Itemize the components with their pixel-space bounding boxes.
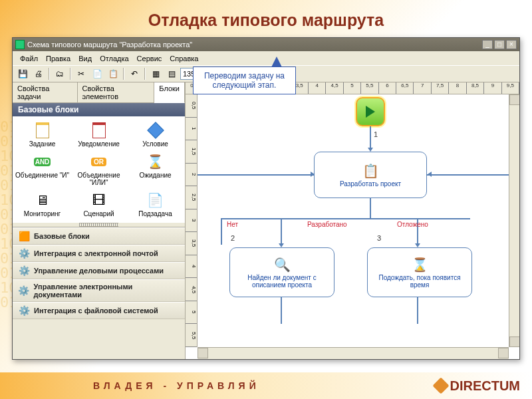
edge [417, 297, 418, 324]
save-icon[interactable]: 💾 [15, 67, 30, 80]
menu-help[interactable]: Справка [166, 53, 201, 64]
palette-notice[interactable]: Уведомление [70, 120, 127, 149]
print-icon[interactable]: 🖨 [31, 67, 46, 80]
magnifier-icon [274, 257, 291, 273]
edge [281, 297, 282, 324]
palette-monitor[interactable]: Мониторинг [14, 190, 70, 219]
cat-email[interactable]: ⚙️Интеграция с электронной почтой [13, 245, 185, 262]
ruler-vertical: 0,511,522,533,544,555,5 [186, 94, 198, 347]
scroll-right-icon[interactable] [498, 348, 509, 358]
start-node[interactable] [356, 97, 385, 126]
window-title: Схема типового маршрута "Разработка прое… [27, 41, 192, 49]
undo-icon[interactable]: ↶ [127, 67, 142, 80]
gear-icon: ⚙️ [18, 265, 30, 276]
cat-bpm[interactable]: ⚙️Управление деловыми процессами [13, 262, 185, 279]
gear-icon: ⚙️ [18, 248, 30, 259]
edge [221, 218, 470, 219]
hourglass-icon [146, 153, 166, 170]
menu-service[interactable]: Сервис [134, 53, 166, 64]
node-doc-found[interactable]: Найден ли документ с описанием проекта [229, 247, 334, 297]
diamond-icon [147, 122, 164, 138]
arrow-right-icon [311, 172, 315, 177]
monitor-icon [33, 192, 53, 209]
paste-icon[interactable]: 📋 [106, 67, 120, 80]
scroll-left-icon[interactable] [198, 348, 208, 358]
menubar: Файл Правка Вид Отладка Сервис Справка [13, 51, 519, 65]
gear-icon: ⚙️ [18, 305, 30, 316]
edge-num-3: 3 [377, 234, 381, 242]
directum-icon [433, 377, 450, 394]
menu-view[interactable]: Вид [75, 53, 95, 64]
or-icon: OR [91, 158, 106, 166]
scroll-down-icon[interactable] [509, 336, 519, 347]
edge [370, 198, 371, 218]
minimize-button[interactable]: _ [482, 40, 493, 49]
cat-edoc[interactable]: ⚙️Управление электронными документами [13, 279, 185, 302]
scrollbar-horizontal[interactable] [198, 347, 509, 359]
edge [370, 126, 371, 149]
node-develop[interactable]: Разработать проект [314, 152, 427, 198]
gear-icon: ⚙️ [18, 285, 30, 296]
edge [221, 218, 222, 245]
cat-basic[interactable]: 🟧Базовые блоки [13, 227, 185, 245]
categories: 🟧Базовые блоки ⚙️Интеграция с электронно… [13, 227, 185, 359]
edge-no: Нет [227, 221, 238, 228]
palette-script[interactable]: Сценарий [70, 190, 127, 219]
slide-title: Отладка типового маршрута [0, 11, 532, 30]
copy-icon[interactable]: 📄 [90, 67, 104, 80]
align-icon[interactable]: ▦ [148, 67, 163, 80]
hourglass-icon [412, 257, 428, 273]
cat-fs[interactable]: ⚙️Интеграция с файловой системой [13, 302, 185, 319]
arrow-left-icon [428, 172, 432, 177]
palette-and[interactable]: ANDОбъединение "И" [14, 152, 70, 188]
and-icon: AND [34, 158, 51, 166]
notice-icon [92, 122, 106, 138]
palette-task[interactable]: Задание [14, 120, 70, 149]
tab-task-props[interactable]: Свойства задачи [13, 82, 78, 102]
footer: ВЛАДЕЯ - УПРАВЛЯЙ DIRECTUM [0, 372, 532, 399]
scrollbar-vertical[interactable] [509, 94, 519, 347]
diagram-canvas[interactable]: 1 Разработать проект [198, 94, 509, 347]
close-button[interactable]: × [506, 40, 517, 49]
scroll-up-icon[interactable] [509, 94, 519, 105]
node-label: время [410, 281, 430, 289]
edge-num-1: 1 [374, 130, 378, 138]
debug-callout: Переводим задачу на следующий этап. [193, 66, 296, 94]
menu-edit[interactable]: Правка [43, 53, 74, 64]
sidebar: Свойства задачи Свойства элементов Блоки… [13, 82, 186, 359]
layout-icon[interactable]: ▤ [164, 67, 179, 80]
palette-icon[interactable]: 🗂 [53, 67, 67, 80]
palette-condition[interactable]: Условие [127, 120, 184, 149]
palette-title: Базовые блоки [13, 103, 185, 116]
menu-file[interactable]: Файл [17, 53, 41, 64]
node-wait[interactable]: Подождать, пока появится время [367, 247, 472, 297]
edge [281, 218, 282, 245]
brand-logo: DIRECTUM [435, 378, 520, 394]
sidebar-tabs: Свойства задачи Свойства элементов Блоки [13, 82, 185, 103]
node-label: описанием проекта [252, 281, 312, 289]
edge [198, 174, 314, 176]
maximize-button[interactable]: □ [494, 40, 505, 49]
palette-subtask[interactable]: Подзадача [127, 190, 184, 219]
clipboard-icon [362, 163, 379, 179]
palette-wait[interactable]: Ожидание [127, 152, 184, 188]
callout-text: Переводим задачу на [198, 71, 291, 80]
edge-num-2: 2 [231, 234, 235, 242]
tab-elem-props[interactable]: Свойства элементов [78, 82, 155, 102]
tagline: ВЛАДЕЯ - УПРАВЛЯЙ [93, 380, 260, 391]
canvas-area: 0,511,522,533,544,555,566,577,588,599,5 … [186, 82, 519, 359]
subtask-icon [146, 192, 166, 209]
menu-debug[interactable]: Отладка [96, 53, 132, 64]
cut-icon[interactable]: ✂ [74, 67, 88, 80]
edge-defer: Отложено [397, 221, 428, 228]
node-label: Разработать проект [340, 180, 401, 188]
node-label: Найден ли документ с [247, 274, 316, 281]
palette-or[interactable]: ORОбъединение "ИЛИ" [70, 152, 127, 188]
palette-grid: Задание Уведомление Условие ANDОбъединен… [13, 116, 185, 223]
tab-blocks[interactable]: Блоки [154, 82, 185, 103]
app-icon [15, 40, 25, 49]
titlebar: Схема типового маршрута "Разработка прое… [13, 38, 519, 51]
edge-done: Разработано [307, 221, 347, 228]
node-label: Подождать, пока появится [378, 274, 460, 281]
task-icon [36, 122, 49, 138]
